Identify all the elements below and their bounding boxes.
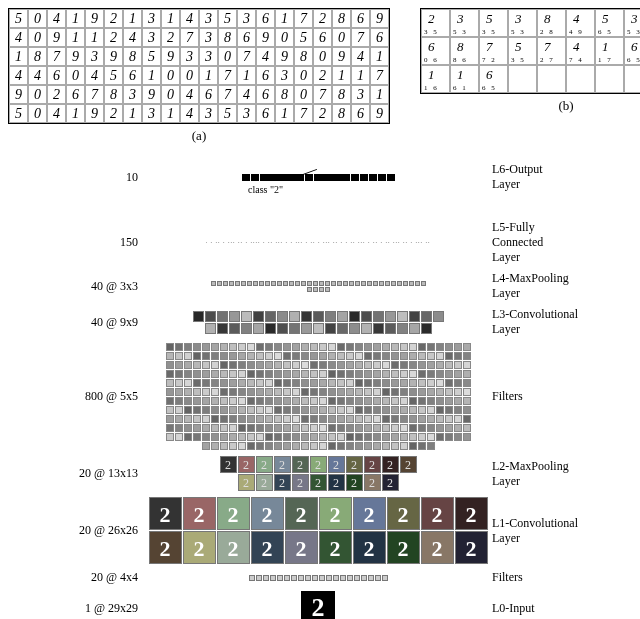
feature-map bbox=[445, 352, 453, 360]
feature-map bbox=[238, 343, 246, 351]
mnist-digit: 6 bbox=[370, 28, 389, 47]
feature-map bbox=[253, 323, 264, 334]
feature-map bbox=[205, 311, 216, 322]
feature-map bbox=[385, 281, 390, 286]
feature-map bbox=[265, 352, 273, 360]
mnist-digit: 8 bbox=[28, 47, 47, 66]
mnist-digit: 6 bbox=[313, 28, 332, 47]
feature-map bbox=[184, 370, 192, 378]
feature-map bbox=[436, 406, 444, 414]
feature-map bbox=[373, 397, 381, 405]
feature-map bbox=[415, 281, 420, 286]
feature-map bbox=[175, 352, 183, 360]
feature-map bbox=[202, 379, 210, 387]
mnist-digit: 3 bbox=[180, 47, 199, 66]
feature-map bbox=[433, 311, 444, 322]
feature-map bbox=[354, 575, 360, 581]
feature-map bbox=[337, 352, 345, 360]
mnist-digit: 4 bbox=[180, 85, 199, 104]
feature-map bbox=[283, 361, 291, 369]
feature-map bbox=[337, 424, 345, 432]
feature-map bbox=[337, 361, 345, 369]
feature-map bbox=[436, 370, 444, 378]
feature-map bbox=[355, 388, 363, 396]
mnist-digit: 1 bbox=[351, 66, 370, 85]
feature-map bbox=[274, 433, 282, 441]
mnist-digit: 1 bbox=[9, 47, 28, 66]
feature-map bbox=[373, 424, 381, 432]
feature-map bbox=[346, 424, 354, 432]
feature-map bbox=[337, 379, 345, 387]
feature-map bbox=[427, 388, 435, 396]
feature-map bbox=[217, 281, 222, 286]
feature-map bbox=[247, 379, 255, 387]
feature-map bbox=[391, 433, 399, 441]
feature-map bbox=[238, 388, 246, 396]
feature-map bbox=[463, 397, 471, 405]
mnist-digit: 5 bbox=[9, 9, 28, 28]
feature-map bbox=[229, 388, 237, 396]
mnist-digit: 8 bbox=[104, 85, 123, 104]
l3-vis bbox=[188, 311, 448, 334]
feature-map bbox=[274, 379, 282, 387]
layer-size-l1: 20 @ 26x26 bbox=[8, 523, 148, 538]
feature-map bbox=[337, 370, 345, 378]
mnist-digit: 1 bbox=[332, 66, 351, 85]
feature-map bbox=[301, 424, 309, 432]
feature-map bbox=[319, 575, 325, 581]
feature-map bbox=[463, 406, 471, 414]
feature-map bbox=[319, 397, 327, 405]
mnist-digit: 2 bbox=[47, 85, 66, 104]
feature-map bbox=[184, 397, 192, 405]
feature-map bbox=[418, 424, 426, 432]
feature-map bbox=[373, 406, 381, 414]
feature-map bbox=[436, 361, 444, 369]
feature-map bbox=[277, 281, 282, 286]
mnist-digit: 8 bbox=[123, 47, 142, 66]
class-label: class "2" bbox=[248, 184, 283, 195]
mnist-digit: 0 bbox=[294, 66, 313, 85]
mnist-digit: 0 bbox=[66, 66, 85, 85]
mnist-digit: 1 bbox=[123, 104, 142, 123]
feature-map bbox=[175, 424, 183, 432]
layer-size-l2: 20 @ 13x13 bbox=[8, 466, 148, 481]
mnist-digit: 1 bbox=[275, 104, 294, 123]
feature-map bbox=[247, 388, 255, 396]
feature-map bbox=[238, 406, 246, 414]
feature-map bbox=[355, 406, 363, 414]
feature-map bbox=[220, 406, 228, 414]
input-digit: 2 bbox=[301, 591, 335, 619]
feature-map bbox=[253, 311, 264, 322]
feature-map bbox=[265, 323, 276, 334]
feature-map bbox=[229, 442, 237, 450]
mnist-digit: 2 bbox=[313, 9, 332, 28]
mnist-digit: 0 bbox=[161, 66, 180, 85]
feature-map bbox=[310, 442, 318, 450]
feature-map bbox=[364, 370, 372, 378]
feature-map bbox=[238, 415, 246, 423]
feature-map bbox=[409, 361, 417, 369]
feature-map: 2 bbox=[421, 497, 454, 530]
feature-map bbox=[211, 343, 219, 351]
feature-map: 2 bbox=[400, 456, 417, 473]
feature-map bbox=[382, 433, 390, 441]
feature-map bbox=[400, 406, 408, 414]
layer-size-l0: 1 @ 29x29 bbox=[8, 601, 148, 616]
feature-map bbox=[229, 352, 237, 360]
feature-map bbox=[202, 343, 210, 351]
mnist-digit: 9 bbox=[47, 28, 66, 47]
feature-map bbox=[274, 388, 282, 396]
feature-map: 2 bbox=[285, 497, 318, 530]
feature-map bbox=[313, 323, 324, 334]
feature-map bbox=[397, 311, 408, 322]
feature-map bbox=[265, 424, 273, 432]
feature-map bbox=[256, 575, 262, 581]
feature-map bbox=[445, 415, 453, 423]
feature-map bbox=[445, 370, 453, 378]
mnist-digit: 3 bbox=[275, 66, 294, 85]
feature-map: 2 bbox=[319, 497, 352, 530]
feature-map: 2 bbox=[217, 497, 250, 530]
mnist-digit: 0 bbox=[28, 28, 47, 47]
feature-map bbox=[400, 379, 408, 387]
misclass-cell bbox=[624, 65, 640, 93]
